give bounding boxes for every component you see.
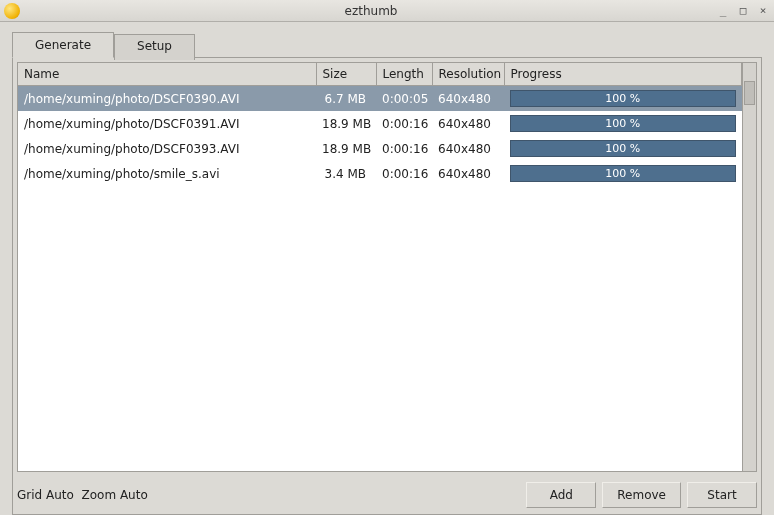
vertical-scrollbar[interactable] bbox=[742, 63, 756, 471]
cell-length: 0:00:16 bbox=[376, 136, 432, 161]
window-controls: _ □ × bbox=[716, 4, 770, 17]
file-table: Name Size Length Resolution Progress /ho… bbox=[18, 63, 742, 186]
cell-length: 0:00:05 bbox=[376, 86, 432, 112]
table-row[interactable]: /home/xuming/photo/DSCF0390.AVI6.7 MB0:0… bbox=[18, 86, 742, 112]
progress-bar: 100 % bbox=[510, 165, 736, 182]
cell-name: /home/xuming/photo/DSCF0393.AVI bbox=[18, 136, 316, 161]
cell-size: 18.9 MB bbox=[316, 111, 376, 136]
content-area: Generate Setup Name Size Length Resoluti… bbox=[0, 22, 774, 515]
progress-bar: 100 % bbox=[510, 140, 736, 157]
status-zoom: Zoom Auto bbox=[82, 488, 148, 502]
footer-bar: Grid Auto Zoom Auto Add Remove Start bbox=[13, 476, 761, 514]
file-table-scroll: Name Size Length Resolution Progress /ho… bbox=[18, 63, 742, 471]
progress-label: 100 % bbox=[511, 116, 735, 131]
progress-label: 100 % bbox=[511, 141, 735, 156]
titlebar: ezthumb _ □ × bbox=[0, 0, 774, 22]
cell-resolution: 640x480 bbox=[432, 136, 504, 161]
col-header-length[interactable]: Length bbox=[376, 63, 432, 86]
scrollbar-thumb[interactable] bbox=[744, 81, 755, 105]
cell-progress: 100 % bbox=[504, 86, 742, 112]
cell-name: /home/xuming/photo/DSCF0391.AVI bbox=[18, 111, 316, 136]
progress-bar: 100 % bbox=[510, 115, 736, 132]
status-text: Grid Auto Zoom Auto bbox=[13, 488, 520, 502]
tab-generate[interactable]: Generate bbox=[12, 32, 114, 58]
col-header-size[interactable]: Size bbox=[316, 63, 376, 86]
progress-label: 100 % bbox=[511, 166, 735, 181]
maximize-button[interactable]: □ bbox=[736, 4, 750, 17]
progress-bar: 100 % bbox=[510, 90, 736, 107]
table-row[interactable]: /home/xuming/photo/DSCF0391.AVI18.9 MB0:… bbox=[18, 111, 742, 136]
close-button[interactable]: × bbox=[756, 4, 770, 17]
remove-button[interactable]: Remove bbox=[602, 482, 681, 508]
cell-resolution: 640x480 bbox=[432, 86, 504, 112]
cell-size: 3.4 MB bbox=[316, 161, 376, 186]
tab-bar: Generate Setup bbox=[12, 32, 762, 58]
col-header-resolution[interactable]: Resolution bbox=[432, 63, 504, 86]
cell-progress: 100 % bbox=[504, 111, 742, 136]
cell-resolution: 640x480 bbox=[432, 111, 504, 136]
start-button[interactable]: Start bbox=[687, 482, 757, 508]
cell-size: 18.9 MB bbox=[316, 136, 376, 161]
cell-progress: 100 % bbox=[504, 161, 742, 186]
cell-resolution: 640x480 bbox=[432, 161, 504, 186]
tab-setup[interactable]: Setup bbox=[114, 34, 195, 60]
status-grid: Grid Auto bbox=[17, 488, 74, 502]
table-row[interactable]: /home/xuming/photo/DSCF0393.AVI18.9 MB0:… bbox=[18, 136, 742, 161]
cell-size: 6.7 MB bbox=[316, 86, 376, 112]
cell-length: 0:00:16 bbox=[376, 161, 432, 186]
col-header-progress[interactable]: Progress bbox=[504, 63, 742, 86]
minimize-button[interactable]: _ bbox=[716, 4, 730, 17]
cell-name: /home/xuming/photo/DSCF0390.AVI bbox=[18, 86, 316, 112]
window-title: ezthumb bbox=[26, 4, 716, 18]
cell-length: 0:00:16 bbox=[376, 111, 432, 136]
table-row[interactable]: /home/xuming/photo/smile_s.avi3.4 MB0:00… bbox=[18, 161, 742, 186]
table-header-row: Name Size Length Resolution Progress bbox=[18, 63, 742, 86]
cell-name: /home/xuming/photo/smile_s.avi bbox=[18, 161, 316, 186]
col-header-name[interactable]: Name bbox=[18, 63, 316, 86]
progress-label: 100 % bbox=[511, 91, 735, 106]
add-button[interactable]: Add bbox=[526, 482, 596, 508]
app-icon bbox=[4, 3, 20, 19]
file-table-wrap: Name Size Length Resolution Progress /ho… bbox=[17, 62, 757, 472]
cell-progress: 100 % bbox=[504, 136, 742, 161]
generate-panel: Name Size Length Resolution Progress /ho… bbox=[12, 57, 762, 515]
